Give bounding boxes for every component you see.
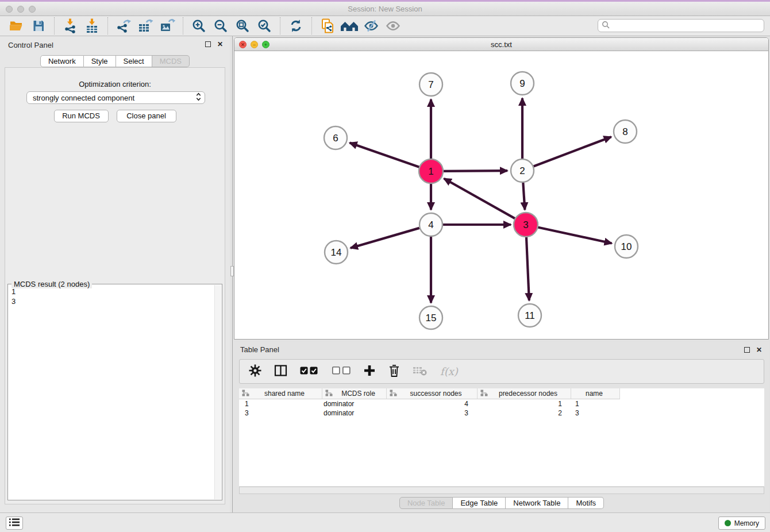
graph-node-label-9: 9 bbox=[519, 78, 525, 89]
network-frame-titlebar: ✕ − + scc.txt bbox=[234, 38, 768, 51]
graph-edge-3-11[interactable] bbox=[526, 237, 529, 300]
float-panel-icon[interactable] bbox=[744, 347, 750, 353]
network-view-frame: ✕ − + scc.txt 1234678910111415 bbox=[234, 37, 769, 340]
tab-network-table[interactable]: Network Table bbox=[506, 497, 568, 509]
main-toolbar bbox=[0, 16, 770, 36]
memory-button[interactable]: Memory bbox=[718, 516, 765, 530]
criterion-dropdown[interactable]: strongly connected component bbox=[26, 91, 205, 104]
close-panel-icon[interactable]: ✕ bbox=[756, 346, 762, 353]
hide-selected-icon[interactable] bbox=[362, 17, 380, 34]
result-scrollbar[interactable] bbox=[214, 285, 221, 499]
close-panel-button[interactable]: Close panel bbox=[117, 110, 176, 122]
refresh-icon[interactable] bbox=[287, 17, 305, 34]
close-panel-icon[interactable]: ✕ bbox=[217, 41, 223, 48]
graph-node-label-3: 3 bbox=[523, 219, 528, 230]
column-header-successor-nodes[interactable]: successor nodes bbox=[387, 388, 478, 399]
network-canvas[interactable]: 1234678910111415 bbox=[234, 51, 768, 340]
control-panel-tabs: NetworkStyleSelectMCDS bbox=[0, 55, 230, 67]
node-table[interactable]: shared nameMCDS rolesuccessor nodesprede… bbox=[239, 388, 764, 486]
toolbar-divider bbox=[280, 17, 280, 34]
search-field[interactable] bbox=[598, 19, 764, 32]
mcds-panel: Optimization criterion: strongly connect… bbox=[5, 67, 225, 504]
search-input[interactable] bbox=[610, 22, 760, 30]
table-panel: Table Panel ✕ f(x) shared nameMCDS roles… bbox=[234, 342, 769, 512]
column-header-name[interactable]: name bbox=[571, 388, 620, 399]
float-panel-icon[interactable] bbox=[205, 41, 211, 47]
graph-edge-1-6[interactable] bbox=[350, 143, 420, 167]
graph-edge-1-2[interactable] bbox=[443, 171, 507, 171]
delete-table-icon[interactable] bbox=[413, 365, 428, 379]
table-cell[interactable]: 4 bbox=[387, 399, 478, 408]
tab-network[interactable]: Network bbox=[40, 55, 84, 67]
graph-edge-4-14[interactable] bbox=[351, 228, 419, 248]
column-header-predecessor-nodes[interactable]: predecessor nodes bbox=[478, 388, 571, 399]
tab-mcds[interactable]: MCDS bbox=[152, 55, 190, 67]
graph-node-label-4: 4 bbox=[428, 219, 433, 230]
table-cell[interactable]: dominator bbox=[322, 399, 387, 408]
graph-node-label-6: 6 bbox=[333, 133, 338, 144]
table-row[interactable]: 3dominator323 bbox=[239, 408, 764, 418]
import-table-icon[interactable] bbox=[83, 17, 101, 34]
criterion-value: strongly connected component bbox=[33, 94, 196, 102]
tab-node-table[interactable]: Node Table bbox=[399, 497, 453, 509]
toolbar-divider bbox=[183, 17, 183, 34]
table-cell[interactable]: 1 bbox=[478, 399, 571, 408]
toolbar-divider bbox=[107, 17, 108, 34]
export-table-icon[interactable] bbox=[136, 17, 155, 34]
graph-edge-3-1[interactable] bbox=[444, 179, 515, 219]
table-cell[interactable]: 1 bbox=[239, 399, 322, 408]
run-mcds-button[interactable]: Run MCDS bbox=[54, 110, 109, 122]
open-session-icon[interactable] bbox=[7, 17, 26, 34]
table-cell[interactable]: 3 bbox=[571, 408, 620, 418]
tab-select[interactable]: Select bbox=[116, 55, 152, 67]
table-cell[interactable]: 2 bbox=[478, 408, 571, 418]
zoom-fit-icon[interactable] bbox=[233, 17, 252, 34]
delete-row-icon[interactable] bbox=[388, 364, 400, 380]
column-header-shared-name[interactable]: shared name bbox=[239, 388, 322, 399]
window-title: Session: New Session bbox=[0, 2, 770, 16]
export-image-icon[interactable] bbox=[158, 17, 176, 34]
network-graph[interactable]: 1234678910111415 bbox=[234, 51, 768, 340]
show-all-icon[interactable] bbox=[384, 17, 402, 34]
search-icon bbox=[602, 21, 610, 31]
zoom-out-icon[interactable] bbox=[211, 17, 230, 34]
status-bar: Memory bbox=[0, 512, 770, 532]
zoom-selected-icon[interactable] bbox=[255, 17, 274, 34]
memory-status-icon bbox=[725, 520, 731, 526]
select-all-checks-icon[interactable] bbox=[300, 366, 319, 377]
function-builder-icon[interactable]: f(x) bbox=[440, 365, 458, 377]
table-cell[interactable]: 3 bbox=[239, 408, 322, 418]
add-row-icon[interactable] bbox=[363, 364, 376, 379]
column-type-icon bbox=[480, 390, 488, 398]
graph-node-label-15: 15 bbox=[426, 313, 437, 323]
table-row[interactable]: 1dominator411 bbox=[239, 399, 764, 408]
column-header-MCDS-role[interactable]: MCDS role bbox=[322, 388, 387, 399]
deselect-all-checks-icon[interactable] bbox=[332, 367, 351, 377]
table-cell[interactable]: 3 bbox=[387, 408, 478, 418]
first-neighbors-icon[interactable] bbox=[340, 17, 359, 34]
graph-node-label-2: 2 bbox=[519, 165, 525, 176]
application-window: Session: New Session Control Panel bbox=[0, 0, 770, 532]
column-type-icon bbox=[325, 390, 333, 398]
clone-network-icon[interactable] bbox=[318, 17, 337, 34]
import-network-icon[interactable] bbox=[61, 17, 79, 34]
tab-motifs[interactable]: Motifs bbox=[568, 497, 604, 509]
save-session-icon[interactable] bbox=[29, 17, 48, 34]
table-cell[interactable]: dominator bbox=[322, 408, 387, 418]
column-layout-icon[interactable] bbox=[274, 364, 287, 379]
graph-node-label-7: 7 bbox=[428, 79, 433, 90]
graph-edge-2-3[interactable] bbox=[523, 183, 525, 210]
column-header-label: name bbox=[571, 390, 619, 398]
graph-node-label-10: 10 bbox=[621, 241, 632, 252]
table-horizontal-scrollbar[interactable] bbox=[239, 487, 764, 494]
table-cell[interactable]: 1 bbox=[571, 399, 620, 408]
tab-edge-table[interactable]: Edge Table bbox=[453, 497, 506, 509]
graph-edge-2-8[interactable] bbox=[534, 137, 611, 166]
zoom-in-icon[interactable] bbox=[190, 17, 208, 34]
column-settings-icon[interactable] bbox=[249, 364, 261, 379]
control-panel-title: Control Panel bbox=[8, 41, 53, 49]
graph-edge-3-10[interactable] bbox=[538, 227, 612, 243]
tab-style[interactable]: Style bbox=[84, 55, 116, 67]
export-network-icon[interactable] bbox=[114, 17, 133, 34]
task-history-button[interactable] bbox=[6, 516, 23, 530]
